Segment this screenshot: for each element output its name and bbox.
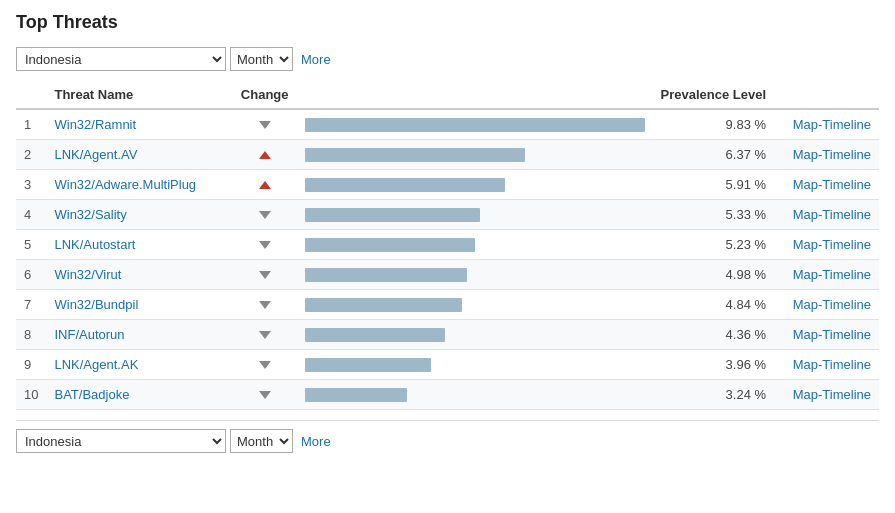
threat-name-link[interactable]: Win32/Bundpil	[54, 297, 138, 312]
action-cell: Map-Timeline	[774, 350, 879, 380]
rank-cell: 5	[16, 230, 46, 260]
rank-cell: 7	[16, 290, 46, 320]
col-header-change: Change	[233, 81, 297, 109]
prevalence-cell: 9.83 %	[653, 109, 775, 140]
arrow-down-icon	[259, 241, 271, 249]
bar-cell	[297, 200, 653, 230]
bar-fill	[305, 118, 645, 132]
bar-cell	[297, 380, 653, 410]
map-timeline-link[interactable]: Map-Timeline	[793, 327, 871, 342]
period-select-bottom[interactable]: MonthWeekYear	[230, 429, 293, 453]
action-cell: Map-Timeline	[774, 380, 879, 410]
threat-name-link[interactable]: Win32/Virut	[54, 267, 121, 282]
country-select-bottom[interactable]: IndonesiaAfghanistanAlbaniaAlgeriaGlobal	[16, 429, 226, 453]
top-controls: IndonesiaAfghanistanAlbaniaAlgeriaGlobal…	[16, 47, 879, 71]
map-timeline-link[interactable]: Map-Timeline	[793, 387, 871, 402]
prevalence-cell: 5.33 %	[653, 200, 775, 230]
arrow-down-icon	[259, 391, 271, 399]
arrow-down-icon	[259, 331, 271, 339]
bar-fill	[305, 208, 480, 222]
prevalence-cell: 6.37 %	[653, 140, 775, 170]
bar-fill	[305, 178, 505, 192]
table-row: 7Win32/Bundpil4.84 %Map-Timeline	[16, 290, 879, 320]
table-row: 9LNK/Agent.AK3.96 %Map-Timeline	[16, 350, 879, 380]
table-row: 6Win32/Virut4.98 %Map-Timeline	[16, 260, 879, 290]
threats-table: Threat Name Change Prevalence Level 1Win…	[16, 81, 879, 410]
bar-container	[305, 268, 645, 282]
map-timeline-link[interactable]: Map-Timeline	[793, 177, 871, 192]
change-cell	[233, 170, 297, 200]
arrow-down-icon	[259, 121, 271, 129]
col-header-action	[774, 81, 879, 109]
bar-fill	[305, 238, 475, 252]
change-cell	[233, 260, 297, 290]
action-cell: Map-Timeline	[774, 140, 879, 170]
bar-container	[305, 358, 645, 372]
table-row: 2LNK/Agent.AV6.37 %Map-Timeline	[16, 140, 879, 170]
col-header-prevalence: Prevalence Level	[653, 81, 775, 109]
threat-name-link[interactable]: Win32/Adware.MultiPlug	[54, 177, 196, 192]
bar-cell	[297, 260, 653, 290]
bar-fill	[305, 388, 407, 402]
period-select-top[interactable]: MonthWeekYear	[230, 47, 293, 71]
prevalence-cell: 5.23 %	[653, 230, 775, 260]
col-header-name: Threat Name	[46, 81, 232, 109]
threat-name-link[interactable]: Win32/Sality	[54, 207, 126, 222]
table-row: 4Win32/Sality5.33 %Map-Timeline	[16, 200, 879, 230]
bar-fill	[305, 148, 525, 162]
arrow-down-icon	[259, 361, 271, 369]
bar-fill	[305, 328, 445, 342]
threat-name-link[interactable]: INF/Autorun	[54, 327, 124, 342]
arrow-down-icon	[259, 211, 271, 219]
map-timeline-link[interactable]: Map-Timeline	[793, 147, 871, 162]
change-cell	[233, 320, 297, 350]
name-cell: Win32/Sality	[46, 200, 232, 230]
change-cell	[233, 290, 297, 320]
rank-cell: 4	[16, 200, 46, 230]
threat-name-link[interactable]: LNK/Agent.AK	[54, 357, 138, 372]
bar-fill	[305, 298, 462, 312]
rank-cell: 8	[16, 320, 46, 350]
rank-cell: 10	[16, 380, 46, 410]
bar-fill	[305, 358, 431, 372]
bar-cell	[297, 109, 653, 140]
bar-cell	[297, 230, 653, 260]
map-timeline-link[interactable]: Map-Timeline	[793, 237, 871, 252]
table-row: 1Win32/Ramnit9.83 %Map-Timeline	[16, 109, 879, 140]
table-row: 5LNK/Autostart5.23 %Map-Timeline	[16, 230, 879, 260]
bar-container	[305, 148, 645, 162]
threat-name-link[interactable]: Win32/Ramnit	[54, 117, 136, 132]
bar-cell	[297, 170, 653, 200]
table-row: 8INF/Autorun4.36 %Map-Timeline	[16, 320, 879, 350]
map-timeline-link[interactable]: Map-Timeline	[793, 267, 871, 282]
prevalence-cell: 4.98 %	[653, 260, 775, 290]
name-cell: LNK/Agent.AK	[46, 350, 232, 380]
rank-cell: 9	[16, 350, 46, 380]
change-cell	[233, 200, 297, 230]
more-link-bottom[interactable]: More	[301, 434, 331, 449]
action-cell: Map-Timeline	[774, 260, 879, 290]
country-select-top[interactable]: IndonesiaAfghanistanAlbaniaAlgeriaGlobal	[16, 47, 226, 71]
rank-cell: 3	[16, 170, 46, 200]
bar-container	[305, 388, 645, 402]
prevalence-cell: 5.91 %	[653, 170, 775, 200]
bar-cell	[297, 320, 653, 350]
action-cell: Map-Timeline	[774, 109, 879, 140]
prevalence-cell: 4.36 %	[653, 320, 775, 350]
more-link-top[interactable]: More	[301, 52, 331, 67]
map-timeline-link[interactable]: Map-Timeline	[793, 297, 871, 312]
arrow-up-icon	[259, 151, 271, 159]
threat-name-link[interactable]: LNK/Autostart	[54, 237, 135, 252]
rank-cell: 2	[16, 140, 46, 170]
threat-name-link[interactable]: LNK/Agent.AV	[54, 147, 137, 162]
bar-fill	[305, 268, 467, 282]
table-row: 10BAT/Badjoke3.24 %Map-Timeline	[16, 380, 879, 410]
arrow-down-icon	[259, 301, 271, 309]
map-timeline-link[interactable]: Map-Timeline	[793, 207, 871, 222]
map-timeline-link[interactable]: Map-Timeline	[793, 357, 871, 372]
map-timeline-link[interactable]: Map-Timeline	[793, 117, 871, 132]
name-cell: Win32/Adware.MultiPlug	[46, 170, 232, 200]
threat-name-link[interactable]: BAT/Badjoke	[54, 387, 129, 402]
bar-container	[305, 238, 645, 252]
change-cell	[233, 109, 297, 140]
